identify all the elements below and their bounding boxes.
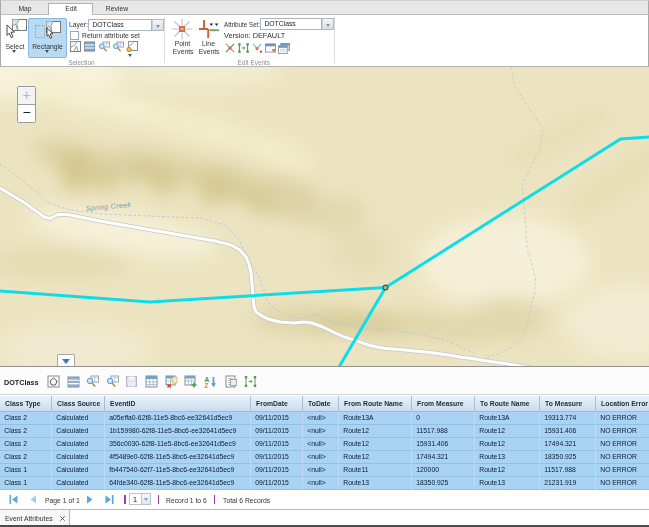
svg-text:Z: Z	[205, 382, 209, 388]
